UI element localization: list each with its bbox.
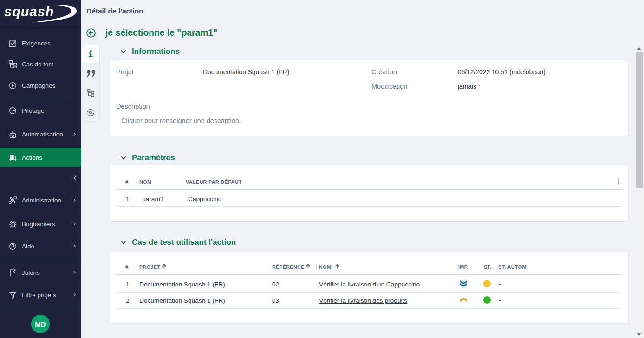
svg-text:squash: squash: [4, 4, 54, 19]
